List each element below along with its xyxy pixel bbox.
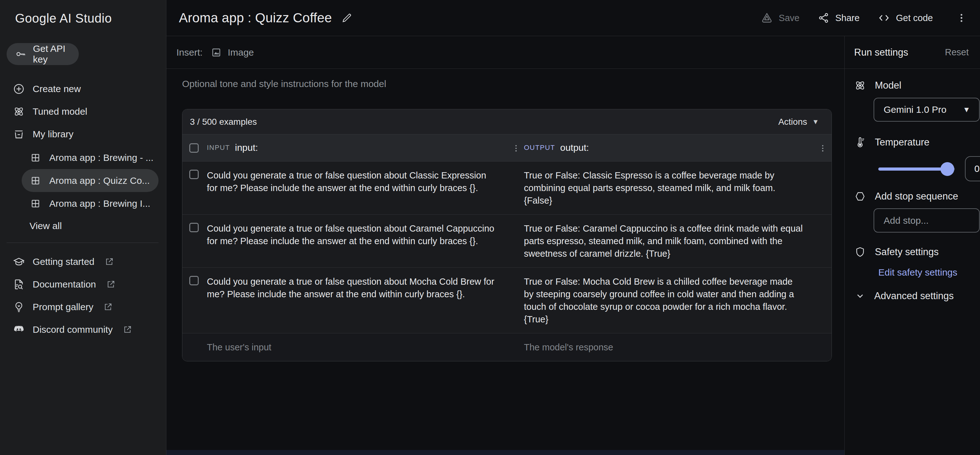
save-label: Save (779, 13, 800, 23)
grid-table-icon (29, 153, 42, 163)
share-label: Share (835, 13, 859, 23)
input-column-header: input: (235, 142, 258, 153)
library-item-label: Aroma app : Quizz Co... (49, 176, 150, 186)
insert-image-label: Image (228, 47, 254, 58)
code-icon (878, 12, 890, 24)
example-output-cell[interactable]: True or False: Caramel Cappuccino is a c… (524, 222, 805, 260)
example-output-cell[interactable]: True or False: Classic Espresso is a cof… (524, 169, 805, 207)
row-checkbox[interactable] (189, 170, 199, 179)
tone-instructions-field[interactable]: Optional tone and style instructions for… (182, 78, 832, 90)
external-link-icon (103, 302, 113, 312)
sidebar-link-discord-community[interactable]: Discord community (0, 318, 166, 341)
hexagon-icon (854, 191, 866, 202)
more-options-button[interactable] (954, 11, 969, 25)
input-column-tag: INPUT (207, 144, 230, 152)
model-select[interactable]: Gemini 1.0 Pro ▼ (873, 98, 980, 121)
temperature-slider[interactable] (878, 168, 955, 171)
temperature-value: 0.9 (974, 163, 980, 174)
image-icon (211, 47, 222, 58)
output-column-tag: OUTPUT (524, 144, 555, 152)
external-link-icon (105, 257, 114, 267)
run-settings-panel: Run settings Reset Model Gem (845, 36, 980, 455)
save-icon (760, 12, 773, 24)
output-column-menu-button[interactable] (818, 144, 827, 161)
library-item-brewing-1[interactable]: Aroma app : Brewing - ... (22, 146, 159, 169)
edit-safety-settings-link[interactable]: Edit safety settings (878, 267, 980, 278)
get-code-button[interactable]: Get code (878, 12, 933, 24)
sidebar-item-create-new[interactable]: Create new (0, 78, 166, 100)
get-code-label: Get code (896, 13, 933, 23)
sidebar-link-prompt-gallery[interactable]: Prompt gallery (0, 296, 166, 318)
model-icon (854, 80, 866, 91)
chevron-down-icon (854, 291, 866, 301)
table-row: Could you generate a true or false quest… (182, 215, 832, 268)
example-input-cell[interactable]: Could you generate a true or false quest… (207, 222, 496, 247)
sidebar-item-label: Create new (33, 84, 81, 94)
temperature-label: Temperature (875, 137, 929, 148)
table-row: Could you generate a true or false quest… (182, 268, 832, 334)
row-checkbox[interactable] (189, 276, 199, 285)
model-value: Gemini 1.0 Pro (884, 104, 947, 115)
external-link-icon (106, 279, 116, 289)
insert-toolbar: Insert: Image (166, 36, 845, 69)
share-button[interactable]: Share (818, 12, 859, 24)
example-output-cell[interactable]: True or False: Mocha Cold Brew is a chil… (524, 275, 805, 326)
graduation-cap-icon (13, 256, 25, 268)
library-item-label: Aroma app : Brewing - ... (49, 152, 153, 163)
sidebar-link-documentation[interactable]: Documentation (0, 273, 166, 296)
sidebar-item-tuned-model[interactable]: Tuned model (0, 100, 166, 123)
example-input-cell[interactable]: Could you generate a true or false quest… (207, 275, 496, 300)
stop-sequence-label: Add stop sequence (875, 191, 958, 202)
edit-title-button[interactable] (341, 12, 353, 24)
sidebar-divider (6, 243, 159, 243)
select-all-checkbox[interactable] (189, 143, 199, 153)
temperature-slider-thumb[interactable] (940, 162, 954, 176)
sidebar-link-label: Getting started (33, 256, 94, 267)
bottom-strip (166, 450, 845, 455)
actions-menu-button[interactable]: Actions ▼ (778, 117, 819, 127)
new-input-field[interactable]: The user's input (207, 341, 496, 353)
example-input-cell[interactable]: Could you generate a true or false quest… (207, 169, 496, 194)
new-example-row: The user's input The model's response (182, 334, 832, 361)
atom-icon (13, 105, 25, 118)
save-button[interactable]: Save (760, 12, 800, 24)
row-checkbox[interactable] (189, 223, 199, 232)
share-icon (818, 12, 830, 24)
workspace: Aroma app : Quizz Coffee Save (166, 0, 980, 455)
shield-icon (854, 246, 866, 258)
safety-settings-label: Safety settings (875, 246, 939, 258)
get-api-key-label: Get API key (33, 43, 79, 65)
temperature-value-box[interactable]: 0.9 (965, 156, 980, 181)
sidebar-link-label: Discord community (33, 324, 113, 335)
stop-sequence-row: Add stop sequence (854, 191, 980, 202)
sidebar-link-label: Documentation (33, 279, 96, 290)
sidebar: Google AI Studio Get API key Create new (0, 0, 166, 455)
plus-circle-icon (13, 83, 25, 95)
table-row: Could you generate a true or false quest… (182, 161, 832, 215)
library-item-brewing-2[interactable]: Aroma app : Brewing I... (22, 192, 159, 215)
library-item-label: Aroma app : Brewing I... (49, 198, 150, 209)
model-setting-row: Model (854, 80, 980, 91)
stop-sequence-input[interactable] (873, 208, 980, 233)
library-item-quizz-coffee[interactable]: Aroma app : Quizz Co... (22, 169, 159, 192)
chevron-down-icon: ▼ (812, 118, 819, 126)
reset-button[interactable]: Reset (945, 47, 969, 57)
sidebar-item-my-library[interactable]: My library (0, 123, 166, 145)
sidebar-link-getting-started[interactable]: Getting started (0, 251, 166, 273)
insert-image-button[interactable]: Image (211, 47, 254, 58)
thermometer-icon (854, 137, 866, 148)
page-title: Aroma app : Quizz Coffee (179, 10, 332, 26)
input-column-menu-button[interactable] (512, 144, 520, 161)
get-api-key-button[interactable]: Get API key (6, 43, 79, 65)
discord-icon (13, 324, 25, 335)
chevron-down-icon: ▼ (963, 105, 970, 114)
temperature-setting-row: Temperature (854, 137, 980, 148)
grid-table-icon (29, 176, 42, 186)
advanced-settings-toggle[interactable]: Advanced settings (854, 291, 980, 302)
table-column-header-row: INPUT input: (182, 134, 832, 161)
model-label: Model (875, 80, 901, 91)
library-icon (13, 128, 25, 140)
view-all-link[interactable]: View all (0, 215, 166, 237)
new-output-field[interactable]: The model's response (524, 341, 805, 353)
app-title: Google AI Studio (0, 0, 166, 26)
